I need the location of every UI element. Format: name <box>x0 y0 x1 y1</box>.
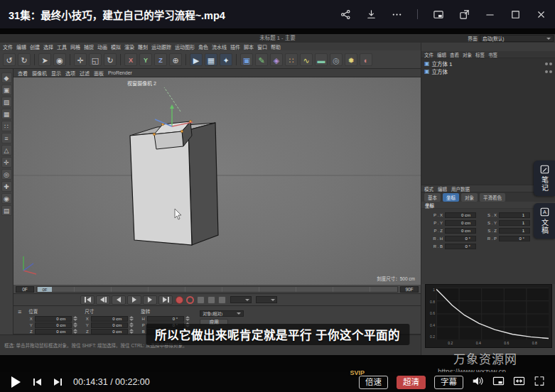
menu-item[interactable]: 编辑 <box>16 43 26 50</box>
tab-coordinates[interactable]: 坐标 <box>443 193 459 202</box>
prev-episode-icon[interactable] <box>33 379 41 386</box>
coord-field[interactable]: 0 cm <box>91 322 128 328</box>
stepper[interactable] <box>73 322 77 327</box>
menu-item[interactable]: 文件 <box>3 43 13 50</box>
menu-item[interactable]: 窗口 <box>257 43 267 50</box>
polygons-mode-icon[interactable]: △ <box>1 145 12 156</box>
attribute-menu-item[interactable]: 编辑 <box>438 185 447 192</box>
scale-tool-icon[interactable]: ◱ <box>89 53 102 66</box>
menu-item[interactable]: 捕捉 <box>84 43 94 50</box>
subdivision-surface-icon[interactable]: ◈ <box>270 53 283 66</box>
render-picture-icon[interactable]: ▦ <box>205 53 217 66</box>
attribute-field[interactable]: 0 ° <box>445 236 476 241</box>
menu-item[interactable]: 脚本 <box>244 43 254 50</box>
visibility-dots[interactable] <box>545 62 552 65</box>
minimize-icon[interactable] <box>485 9 495 20</box>
record-rotation-icon[interactable] <box>218 296 226 304</box>
maximize-icon[interactable] <box>510 9 521 20</box>
viewport-menu-item[interactable]: 查看 <box>18 70 28 77</box>
menu-item[interactable]: 帮助 <box>271 43 281 50</box>
model-mode-icon[interactable]: ▣ <box>1 85 12 95</box>
notes-side-button[interactable]: 笔记 <box>534 160 555 196</box>
download-icon[interactable] <box>366 9 377 20</box>
viewport-menu-item[interactable]: 过滤 <box>80 70 90 77</box>
popup-icon[interactable] <box>459 9 470 20</box>
stepper[interactable] <box>73 329 77 334</box>
web-fullscreen-icon[interactable] <box>513 376 525 389</box>
pip-icon[interactable] <box>433 9 444 20</box>
next-episode-icon[interactable] <box>54 379 62 386</box>
attribute-menu-item[interactable]: 用户数据 <box>451 185 470 192</box>
y-axis-lock-icon[interactable]: Y <box>139 53 152 66</box>
next-frame-button[interactable] <box>143 295 157 305</box>
miniplayer-icon[interactable] <box>492 376 505 389</box>
render-view-icon[interactable]: ▶ <box>190 53 203 66</box>
viewport-menu-item[interactable]: 显示 <box>51 70 61 77</box>
redo-icon[interactable]: ↻ <box>18 53 31 66</box>
close-icon[interactable] <box>536 9 546 20</box>
fps-dropdown[interactable] <box>230 296 252 303</box>
attribute-field[interactable]: 0 cm <box>445 220 476 226</box>
viewport-canvas[interactable]: 视窗摄像机 2 刻度尺寸：500 cm <box>14 77 421 285</box>
transcript-side-button[interactable]: A 文稿 <box>534 203 555 239</box>
attribute-field[interactable]: 0 cm <box>445 228 476 234</box>
live-select-icon[interactable]: ◉ <box>53 53 66 66</box>
layout-dropdown[interactable]: 启动(默认) <box>480 35 554 42</box>
video-frame[interactable]: 未标题 1 - 主要 文件编辑创建选择工具网格捕捉动画模拟渲染雕刻运动跟踪运动图… <box>0 28 555 372</box>
attribute-field[interactable]: 0 cm <box>445 212 476 218</box>
stepper[interactable] <box>129 316 134 321</box>
enable-axis-icon[interactable]: ✛ <box>1 157 12 168</box>
timeline-ruler[interactable]: 0F 0F 90F <box>14 285 421 294</box>
visibility-dots[interactable] <box>545 70 552 73</box>
edges-mode-icon[interactable]: ≡ <box>1 133 12 143</box>
viewport-menu-item[interactable]: 面板 <box>94 70 104 77</box>
stepper[interactable] <box>129 329 134 334</box>
object-manager-menu-item[interactable]: 对象 <box>463 51 472 58</box>
deformer-icon[interactable]: ∿ <box>300 53 313 66</box>
attribute-menu-item[interactable]: 模式 <box>424 185 433 192</box>
object-manager-menu-item[interactable]: 书签 <box>488 51 497 58</box>
coordinate-system-icon[interactable]: ⊕ <box>169 53 182 66</box>
function-curve-panel[interactable]: 10.80.60.40.2 0.20.40.60.8 <box>425 284 552 348</box>
prev-frame-button[interactable] <box>112 295 126 305</box>
coord-field[interactable]: 0 cm <box>35 316 72 322</box>
record-keyframe-icon[interactable] <box>176 296 183 304</box>
grid-icon[interactable]: ▤ <box>1 205 12 216</box>
snap-icon[interactable]: ✚ <box>1 181 12 192</box>
coord-field[interactable]: 0 cm <box>91 316 128 322</box>
speed-button[interactable]: 倍速 <box>359 376 388 389</box>
object-manager-menu-item[interactable]: 查看 <box>450 51 459 58</box>
volume-icon[interactable] <box>472 376 484 389</box>
timeline-scrubber[interactable]: 0F <box>38 287 52 292</box>
texture-mode-icon[interactable]: ▨ <box>1 97 12 107</box>
attribute-field[interactable]: 1 <box>499 228 530 234</box>
menu-item[interactable]: 模拟 <box>111 43 121 50</box>
array-icon[interactable]: ∷ <box>285 53 298 66</box>
object-manager-menu-item[interactable]: 文件 <box>424 51 433 58</box>
menu-item[interactable]: 运动跟踪 <box>151 43 171 50</box>
spline-pen-icon[interactable]: ✎ <box>255 53 268 66</box>
lock-workplane-icon[interactable]: ◉ <box>1 193 12 204</box>
move-tool-icon[interactable]: ✛ <box>74 53 87 66</box>
menu-item[interactable]: 运动图形 <box>175 43 195 50</box>
timeline-track[interactable]: 0F <box>36 286 398 293</box>
menu-item[interactable]: 选择 <box>43 43 53 50</box>
workplane-mode-icon[interactable]: ▦ <box>1 109 12 119</box>
menu-item[interactable]: 雕刻 <box>138 43 148 50</box>
viewport-menu-item[interactable]: ProRender <box>108 70 132 75</box>
rotate-tool-icon[interactable]: ↻ <box>104 53 117 66</box>
menu-item[interactable]: 渲染 <box>124 43 134 50</box>
attribute-field[interactable]: 0 ° <box>445 244 476 249</box>
subtitles-button[interactable]: 字幕 <box>434 376 463 389</box>
object-item[interactable]: 立方体 <box>421 67 555 75</box>
menu-item[interactable]: 创建 <box>30 43 40 50</box>
coord-field[interactable]: 0 cm <box>35 329 72 334</box>
prev-key-button[interactable] <box>96 295 110 305</box>
timeline-start-field[interactable]: 0F <box>16 286 34 293</box>
goto-start-button[interactable] <box>80 295 95 305</box>
playmode-dropdown[interactable] <box>256 296 277 303</box>
fullscreen-icon[interactable] <box>534 376 545 389</box>
stepper[interactable] <box>73 316 77 321</box>
attribute-field[interactable]: 1 <box>499 220 530 226</box>
undo-icon[interactable]: ↺ <box>3 53 16 66</box>
